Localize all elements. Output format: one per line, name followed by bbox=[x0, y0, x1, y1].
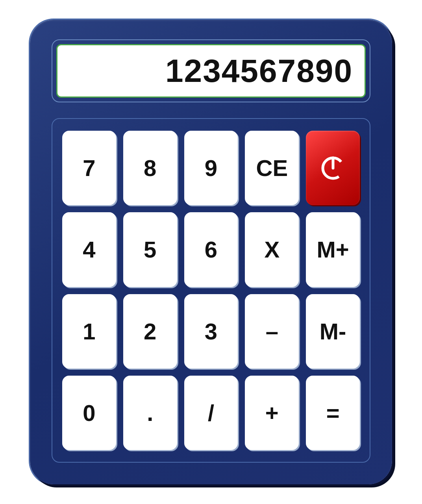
btn-mplus[interactable]: M+ bbox=[306, 212, 360, 287]
display-value: 1234567890 bbox=[165, 52, 353, 89]
display-screen: 1234567890 bbox=[56, 44, 366, 98]
btn-2[interactable]: 2 bbox=[123, 294, 177, 369]
display-area: 1234567890 bbox=[52, 39, 370, 102]
btn-7[interactable]: 7 bbox=[62, 131, 116, 205]
btn-5[interactable]: 5 bbox=[123, 212, 177, 287]
power-icon bbox=[319, 154, 347, 182]
keypad-area: 7 8 9 CE 4 5 6 X M+ 1 2 3 – M- bbox=[52, 118, 370, 463]
btn-mminus[interactable]: M- bbox=[306, 294, 360, 369]
btn-multiply[interactable]: X bbox=[245, 212, 299, 287]
btn-ce[interactable]: CE bbox=[245, 131, 299, 205]
calculator: 1234567890 7 8 9 CE 4 5 6 X M+ 1 bbox=[30, 20, 392, 484]
button-row-2: 4 5 6 X M+ bbox=[62, 212, 360, 287]
btn-4[interactable]: 4 bbox=[62, 212, 116, 287]
button-row-4: 0 . / + = bbox=[62, 376, 360, 450]
btn-3[interactable]: 3 bbox=[184, 294, 238, 369]
btn-equals[interactable]: = bbox=[306, 376, 360, 450]
btn-divide[interactable]: / bbox=[184, 376, 238, 450]
btn-1[interactable]: 1 bbox=[62, 294, 116, 369]
btn-8[interactable]: 8 bbox=[123, 131, 177, 205]
btn-plus[interactable]: + bbox=[245, 376, 299, 450]
btn-dot[interactable]: . bbox=[123, 376, 177, 450]
btn-minus[interactable]: – bbox=[245, 294, 299, 369]
btn-9[interactable]: 9 bbox=[184, 131, 238, 205]
btn-power[interactable] bbox=[306, 131, 360, 205]
btn-6[interactable]: 6 bbox=[184, 212, 238, 287]
btn-0[interactable]: 0 bbox=[62, 376, 116, 450]
button-row-1: 7 8 9 CE bbox=[62, 131, 360, 205]
button-row-3: 1 2 3 – M- bbox=[62, 294, 360, 369]
